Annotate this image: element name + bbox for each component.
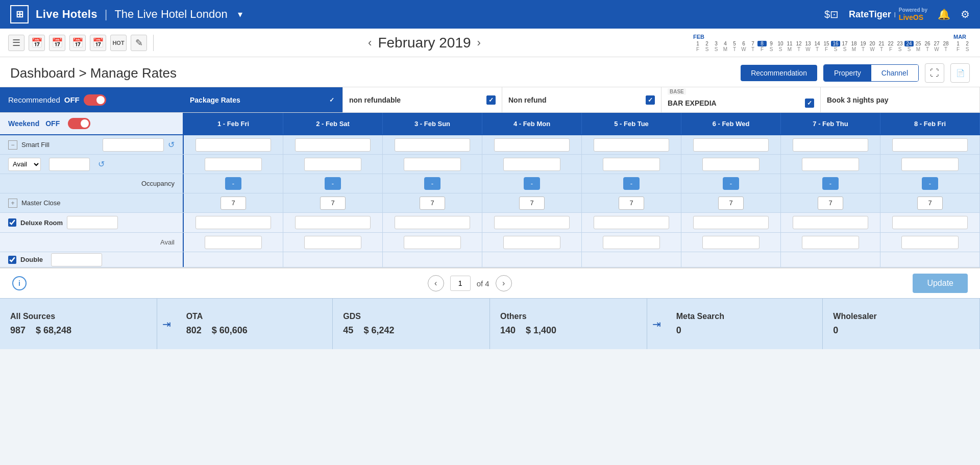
pdf-export-icon[interactable]: 📄 xyxy=(950,63,970,83)
double-checkbox[interactable] xyxy=(8,256,16,264)
avail-input-4[interactable] xyxy=(503,158,560,171)
prev-month-button[interactable]: ‹ xyxy=(368,36,372,50)
mini-cal-day[interactable]: 26 xyxy=(923,41,932,46)
dr-input-8[interactable] xyxy=(892,216,968,229)
dr-input-6[interactable] xyxy=(693,216,769,229)
prev-page-button[interactable]: ‹ xyxy=(428,275,444,291)
non-refund-checkbox[interactable]: ✓ xyxy=(646,95,655,105)
channel-button[interactable]: Channel xyxy=(871,65,918,81)
double-fill-input[interactable] xyxy=(51,253,102,266)
avail-input-7[interactable] xyxy=(802,158,859,171)
stats-arrow-2[interactable]: ⇥ xyxy=(647,299,666,349)
da-input-8[interactable] xyxy=(901,236,959,249)
property-button[interactable]: Property xyxy=(824,65,871,81)
occ-btn-8[interactable]: - xyxy=(922,177,938,190)
fullscreen-icon[interactable]: ⛶ xyxy=(925,63,944,83)
weekend-switch[interactable] xyxy=(68,118,90,129)
smart-fill-undo-icon[interactable]: ↺ xyxy=(168,140,175,150)
currency-icon[interactable]: $⊡ xyxy=(824,8,839,20)
mini-cal-day[interactable]: 12 xyxy=(794,41,803,46)
mini-cal-day[interactable]: 28 xyxy=(941,41,950,46)
mini-cal-day[interactable]: 1 xyxy=(693,41,702,46)
mini-cal-day[interactable]: 22 xyxy=(886,41,895,46)
calendar-quarter-icon[interactable]: 📅 xyxy=(90,35,106,51)
avail-input-1[interactable] xyxy=(205,158,262,171)
info-icon[interactable]: i xyxy=(12,276,27,290)
master-close-plus-icon[interactable]: + xyxy=(8,199,17,208)
mini-cal-day[interactable]: 17 xyxy=(840,41,849,46)
mini-cal-day[interactable]: 2 xyxy=(963,41,972,46)
calendar-month-icon[interactable]: 📅 xyxy=(69,35,86,51)
dr-input-4[interactable] xyxy=(494,216,570,229)
non-refundable-checkbox[interactable]: ✓ xyxy=(486,95,496,105)
mini-cal-day[interactable]: 21 xyxy=(877,41,886,46)
mini-cal-day[interactable]: 8 xyxy=(757,41,767,46)
occ-btn-7[interactable]: - xyxy=(822,177,839,190)
recommended-switch[interactable] xyxy=(84,94,106,106)
da-input-6[interactable] xyxy=(702,236,760,249)
edit-icon[interactable]: ✎ xyxy=(131,35,147,51)
sf-input-8[interactable] xyxy=(892,138,968,152)
avail-input-2[interactable] xyxy=(304,158,361,171)
sf-input-1[interactable] xyxy=(195,138,272,152)
mini-cal-day[interactable]: 5 xyxy=(730,41,739,46)
calendar-week-icon[interactable]: 📅 xyxy=(49,35,65,51)
recommendation-button[interactable]: Recommendation xyxy=(741,65,817,81)
smart-fill-input[interactable] xyxy=(103,138,164,152)
next-month-button[interactable]: › xyxy=(477,36,481,50)
da-input-1[interactable] xyxy=(205,236,262,249)
da-input-7[interactable] xyxy=(802,236,859,249)
mini-cal-day[interactable]: 10 xyxy=(776,41,785,46)
avail-input-3[interactable] xyxy=(404,158,461,171)
hot-dates-icon[interactable]: HOT xyxy=(110,35,127,51)
mini-cal-day[interactable]: 13 xyxy=(803,41,813,46)
deluxe-fill-input[interactable] xyxy=(67,216,118,229)
avail-undo-icon[interactable]: ↺ xyxy=(98,159,105,169)
mini-cal-day[interactable]: 24 xyxy=(904,41,914,46)
da-input-2[interactable] xyxy=(304,236,361,249)
sf-input-4[interactable] xyxy=(494,138,570,152)
mini-cal-day[interactable]: 14 xyxy=(813,41,822,46)
dr-input-2[interactable] xyxy=(295,216,371,229)
sf-input-5[interactable] xyxy=(594,138,670,152)
mini-cal-day[interactable]: 3 xyxy=(712,41,721,46)
hotel-dropdown-icon[interactable]: ▾ xyxy=(238,9,242,20)
avail-input-8[interactable] xyxy=(901,158,959,171)
mini-cal-day[interactable]: 9 xyxy=(767,41,776,46)
mini-cal-day[interactable]: 16 xyxy=(831,41,840,46)
mini-cal-day[interactable]: 15 xyxy=(822,41,831,46)
bar-expedia-checkbox[interactable]: ✓ xyxy=(805,99,814,108)
bell-icon[interactable]: 🔔 xyxy=(938,8,950,20)
dr-input-5[interactable] xyxy=(594,216,670,229)
mini-cal-day[interactable]: 1 xyxy=(953,41,963,46)
mini-cal-day[interactable]: 2 xyxy=(702,41,712,46)
mini-cal-day[interactable]: 27 xyxy=(932,41,941,46)
mini-cal-day[interactable]: 20 xyxy=(868,41,877,46)
mini-cal-day[interactable]: 11 xyxy=(785,41,794,46)
deluxe-room-checkbox[interactable] xyxy=(8,218,16,227)
occ-btn-4[interactable]: - xyxy=(524,177,540,190)
mini-cal-day[interactable]: 7 xyxy=(748,41,757,46)
calendar-day-icon[interactable]: 📅 xyxy=(29,35,45,51)
dr-input-1[interactable] xyxy=(195,216,272,229)
page-number-input[interactable] xyxy=(450,276,471,291)
stats-arrow-1[interactable]: ⇥ xyxy=(157,299,176,349)
dr-input-3[interactable] xyxy=(395,216,471,229)
settings-icon[interactable]: ⚙ xyxy=(961,8,970,20)
sf-input-2[interactable] xyxy=(295,138,371,152)
dr-input-7[interactable] xyxy=(793,216,869,229)
avail-fill-input[interactable] xyxy=(49,158,90,171)
mini-cal-day[interactable]: 23 xyxy=(895,41,904,46)
next-page-button[interactable]: › xyxy=(496,275,512,291)
occ-btn-6[interactable]: - xyxy=(723,177,739,190)
mini-cal-day[interactable]: 25 xyxy=(914,41,923,46)
da-input-4[interactable] xyxy=(503,236,560,249)
avail-input-5[interactable] xyxy=(603,158,660,171)
hamburger-menu-icon[interactable]: ☰ xyxy=(8,35,24,51)
occ-btn-2[interactable]: - xyxy=(325,177,341,190)
sf-input-3[interactable] xyxy=(395,138,471,152)
update-button[interactable]: Update xyxy=(913,274,968,293)
package-rates-checkbox[interactable]: ✓ xyxy=(327,95,336,105)
da-input-5[interactable] xyxy=(603,236,660,249)
occ-btn-5[interactable]: - xyxy=(623,177,640,190)
